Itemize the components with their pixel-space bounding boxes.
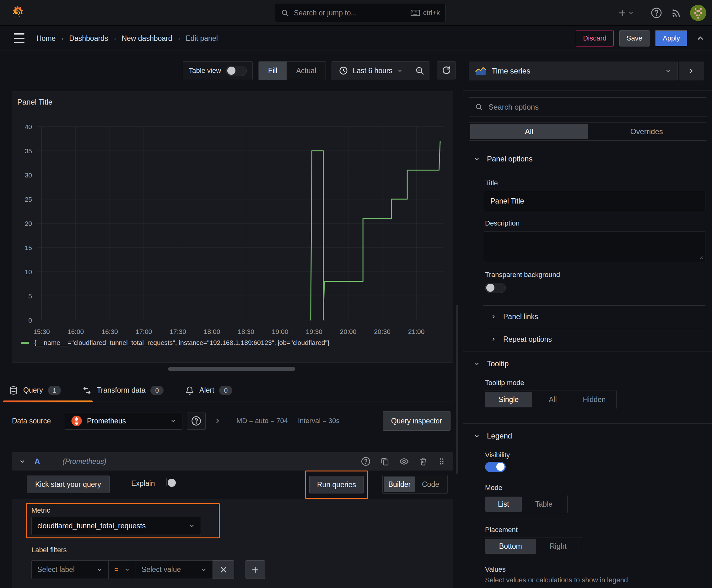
visualization-picker[interactable]: Time series: [469, 62, 678, 80]
tab-overrides[interactable]: Overrides: [588, 124, 706, 139]
svg-text:19:30: 19:30: [306, 328, 322, 335]
tooltip-header[interactable]: Tooltip: [474, 359, 509, 368]
legend-placement-label: Placement: [485, 526, 518, 534]
tooltip-mode-hidden[interactable]: Hidden: [574, 392, 615, 407]
legend-mode-list[interactable]: List: [486, 497, 522, 512]
user-avatar[interactable]: [690, 5, 706, 21]
query-a-header: A (Prometheus): [12, 452, 453, 470]
tab-all[interactable]: All: [470, 124, 588, 139]
prometheus-icon: [71, 415, 83, 427]
breadcrumb-home[interactable]: Home: [37, 34, 56, 43]
toggle-viz-picker-icon[interactable]: [679, 62, 704, 80]
trash-icon[interactable]: [418, 457, 428, 466]
zoom-out-icon[interactable]: [410, 62, 429, 80]
breadcrumb-dashboards[interactable]: Dashboards: [69, 34, 108, 43]
visibility-label: Visibility: [485, 451, 510, 459]
datasource-help-icon[interactable]: [187, 412, 206, 430]
select-label-dropdown[interactable]: Select label: [31, 560, 108, 579]
kickstart-button[interactable]: Kick start your query: [27, 476, 110, 493]
breadcrumb-separator: ›: [61, 35, 63, 42]
save-button[interactable]: Save: [619, 30, 649, 46]
timeseries-chart[interactable]: 051015202530354015:3016:0016:3017:0017:3…: [12, 91, 453, 363]
top-bar: ctrl+k: [0, 0, 712, 26]
edit-panel-main: Table view Fill Actual Last 6 hours: [0, 51, 463, 588]
duplicate-icon[interactable]: [380, 457, 390, 466]
select-value-dropdown[interactable]: Select value: [136, 560, 213, 579]
options-search-input[interactable]: [489, 103, 701, 111]
new-menu-button[interactable]: [618, 8, 634, 18]
chevron-down-icon: [474, 156, 480, 162]
legend-header[interactable]: Legend: [474, 432, 512, 440]
repeat-options-row[interactable]: Repeat options: [491, 332, 552, 346]
legend-placement-right[interactable]: Right: [536, 539, 580, 554]
resize-grip-icon[interactable]: [698, 255, 703, 260]
chevron-down-icon: [474, 433, 480, 439]
metric-label: Metric: [31, 506, 50, 514]
discard-button[interactable]: Discard: [576, 30, 614, 46]
breadcrumb-new-dashboard[interactable]: New dashboard: [122, 34, 172, 43]
news-icon[interactable]: [671, 7, 682, 19]
chevron-down-icon: [170, 418, 176, 424]
chevron-down-icon[interactable]: [19, 458, 26, 465]
chart-legend: {__name__="cloudflared_tunnel_total_requ…: [21, 339, 330, 346]
code-option[interactable]: Code: [415, 477, 446, 492]
panel-title-input[interactable]: [484, 191, 706, 211]
help-icon[interactable]: [650, 7, 662, 19]
refresh-icon[interactable]: [437, 61, 456, 80]
remove-filter-icon[interactable]: [213, 560, 234, 579]
legend-values-label: Values: [485, 565, 506, 573]
svg-text:5: 5: [28, 292, 32, 300]
tab-query[interactable]: Query 1: [0, 379, 70, 401]
fill-actual-switch: Fill Actual: [258, 61, 326, 80]
svg-text:20: 20: [25, 220, 32, 227]
chevron-right-icon[interactable]: [214, 417, 221, 425]
builder-option[interactable]: Builder: [384, 477, 415, 492]
tab-alert[interactable]: Alert 0: [176, 379, 241, 401]
legend-series-label[interactable]: {__name__="cloudflared_tunnel_total_requ…: [34, 339, 330, 346]
vertical-scrollbar[interactable]: [456, 305, 458, 474]
search-input[interactable]: [294, 9, 406, 17]
legend-mode-table[interactable]: Table: [522, 497, 566, 512]
panel-links-row[interactable]: Panel links: [491, 310, 538, 323]
query-help-icon[interactable]: [361, 456, 371, 466]
operator-dropdown[interactable]: =: [108, 560, 136, 579]
tooltip-mode-single[interactable]: Single: [486, 392, 532, 407]
bell-icon: [185, 386, 194, 395]
search-icon: [475, 103, 483, 111]
menu-icon[interactable]: [14, 33, 24, 43]
topbar-divider: [642, 7, 642, 18]
tooltip-mode-all[interactable]: All: [532, 392, 574, 407]
legend-visibility-toggle[interactable]: [485, 462, 506, 472]
apply-button[interactable]: Apply: [655, 30, 688, 46]
table-view-toggle[interactable]: [226, 66, 247, 76]
pane-resize-handle[interactable]: [168, 367, 295, 371]
grafana-logo[interactable]: [9, 5, 25, 21]
chevron-down-icon: [124, 567, 130, 573]
add-filter-icon[interactable]: [245, 560, 265, 579]
options-sidebar: Time series All Overrides Panel options: [463, 51, 712, 588]
metric-select[interactable]: cloudflared_tunnel_total_requests: [31, 517, 201, 535]
time-range-picker[interactable]: Last 6 hours: [332, 62, 410, 80]
options-search[interactable]: [469, 97, 707, 117]
collapse-options-icon[interactable]: [696, 34, 705, 43]
description-textarea[interactable]: [484, 231, 706, 262]
query-refid[interactable]: A: [35, 457, 40, 466]
drag-handle-icon[interactable]: [437, 457, 446, 466]
eye-icon[interactable]: [399, 456, 409, 466]
explain-toggle[interactable]: [166, 478, 167, 486]
svg-text:0: 0: [28, 317, 32, 324]
legend-placement-bottom[interactable]: Bottom: [486, 539, 536, 554]
actual-option[interactable]: Actual: [287, 62, 326, 80]
run-queries-button[interactable]: Run queries: [309, 476, 364, 493]
sidebar-divider: [463, 90, 712, 91]
tab-transform[interactable]: Transform data 0: [73, 379, 172, 401]
query-actions-row: Kick start your query Explain Run querie…: [12, 474, 453, 503]
tooltip-mode-group: Single All Hidden: [484, 390, 617, 409]
global-search[interactable]: ctrl+k: [275, 4, 446, 22]
transparent-background-toggle[interactable]: [485, 283, 506, 293]
query-inspector-button[interactable]: Query inspector: [383, 411, 451, 430]
datasource-picker[interactable]: Prometheus: [65, 412, 182, 430]
fill-option[interactable]: Fill: [259, 62, 287, 80]
panel-options-header[interactable]: Panel options: [474, 154, 533, 163]
tab-alert-label: Alert: [199, 386, 214, 395]
